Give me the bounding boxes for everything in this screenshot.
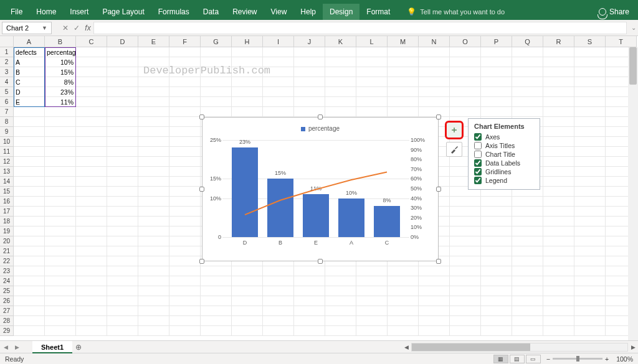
cell[interactable] (574, 107, 606, 117)
resize-handle[interactable] (199, 259, 204, 264)
checkbox[interactable] (474, 151, 482, 158)
cell[interactable] (76, 326, 107, 336)
pareto-chart[interactable]: percentage 25%15%10%0 100%90%80%70%60%50… (202, 117, 439, 261)
chart-element-option[interactable]: Gridlines (474, 168, 534, 175)
cell[interactable]: 8% (45, 77, 76, 87)
cell[interactable] (169, 296, 201, 306)
chart-styles-button[interactable] (446, 142, 462, 157)
cell[interactable] (450, 316, 481, 326)
cell[interactable] (169, 256, 201, 266)
column-header[interactable]: S (574, 36, 606, 47)
cell[interactable] (574, 316, 606, 326)
cell[interactable] (325, 316, 356, 326)
cell[interactable] (107, 137, 138, 147)
cell[interactable] (201, 87, 232, 97)
cell[interactable] (14, 157, 45, 167)
cell[interactable] (574, 87, 606, 97)
cell[interactable] (76, 157, 107, 167)
cell[interactable] (574, 256, 606, 266)
zoom-in-button[interactable]: + (605, 355, 609, 363)
cell[interactable] (574, 177, 606, 187)
cell[interactable] (76, 177, 107, 187)
cell[interactable] (450, 286, 481, 296)
cell[interactable] (419, 296, 450, 306)
cell[interactable] (76, 107, 107, 117)
cell[interactable] (232, 107, 263, 117)
cell[interactable] (232, 77, 263, 87)
cell[interactable] (543, 97, 574, 107)
cell[interactable] (138, 306, 169, 316)
cell[interactable] (14, 266, 45, 276)
cell[interactable] (388, 266, 419, 276)
page-break-view-button[interactable]: ▭ (526, 355, 541, 363)
cell[interactable] (481, 236, 512, 246)
cell[interactable] (356, 296, 388, 306)
cell[interactable] (388, 326, 419, 336)
cell[interactable] (45, 276, 76, 286)
cell[interactable] (14, 276, 45, 286)
cell[interactable] (325, 87, 356, 97)
cell[interactable] (450, 57, 481, 67)
cell[interactable] (138, 226, 169, 236)
cell[interactable] (169, 137, 201, 147)
cell[interactable] (107, 107, 138, 117)
cell[interactable] (107, 226, 138, 236)
cell[interactable] (169, 187, 201, 197)
cell[interactable] (325, 276, 356, 286)
cell[interactable] (294, 266, 325, 276)
cell[interactable] (512, 236, 543, 246)
row-header[interactable]: 2 (0, 57, 14, 67)
cell[interactable] (450, 197, 481, 207)
cell[interactable] (45, 187, 76, 197)
cell[interactable] (574, 187, 606, 197)
cell[interactable] (169, 147, 201, 157)
cell[interactable]: C (14, 77, 45, 87)
cell[interactable] (169, 236, 201, 246)
cell[interactable] (76, 286, 107, 296)
cell[interactable] (356, 266, 388, 276)
cell[interactable] (574, 217, 606, 226)
cell[interactable] (512, 256, 543, 266)
cell[interactable] (138, 177, 169, 187)
cell[interactable] (232, 276, 263, 286)
cell[interactable] (512, 97, 543, 107)
row-header[interactable]: 16 (0, 197, 14, 207)
cell[interactable] (45, 286, 76, 296)
cell[interactable] (481, 47, 512, 57)
cell[interactable] (107, 316, 138, 326)
column-header[interactable]: E (138, 36, 169, 47)
chart-element-option[interactable]: Chart Title (474, 151, 534, 158)
cell[interactable] (14, 187, 45, 197)
cell[interactable] (232, 286, 263, 296)
cell[interactable] (14, 137, 45, 147)
cell[interactable] (263, 326, 294, 336)
cell[interactable] (107, 296, 138, 306)
cell[interactable] (450, 246, 481, 256)
cell[interactable] (356, 47, 388, 57)
cell[interactable] (14, 107, 45, 117)
row-header[interactable]: 3 (0, 67, 14, 77)
cell[interactable] (263, 77, 294, 87)
checkbox[interactable] (474, 133, 482, 141)
tab-view[interactable]: View (264, 4, 294, 20)
cell[interactable] (107, 127, 138, 137)
cell[interactable] (574, 167, 606, 177)
cell[interactable] (543, 286, 574, 296)
row-header[interactable]: 23 (0, 266, 14, 276)
column-header[interactable]: D (107, 36, 138, 47)
horizontal-scrollbar[interactable]: ◀ ▶ (401, 343, 638, 352)
cell[interactable] (14, 217, 45, 226)
cell[interactable] (138, 117, 169, 127)
cell[interactable] (14, 246, 45, 256)
cell[interactable] (450, 77, 481, 87)
tab-page-layout[interactable]: Page Layout (95, 4, 151, 20)
tab-review[interactable]: Review (226, 4, 264, 20)
cell[interactable] (14, 316, 45, 326)
cell[interactable] (512, 226, 543, 236)
cell[interactable] (138, 207, 169, 217)
cell[interactable] (543, 276, 574, 286)
cell[interactable] (169, 107, 201, 117)
cell[interactable] (232, 326, 263, 336)
cell[interactable] (76, 276, 107, 286)
row-header[interactable]: 22 (0, 256, 14, 266)
